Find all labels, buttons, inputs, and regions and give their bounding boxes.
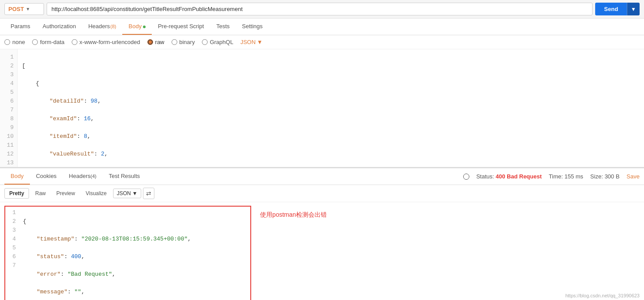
request-tabs: Params Authorization Headers(8) Body Pre… (0, 19, 644, 35)
send-btn-wrap: Send ▼ (595, 3, 640, 15)
response-area: Body Cookies Headers(4) Test Results Sta… (0, 168, 644, 300)
option-graphql[interactable]: GraphQL (202, 39, 233, 45)
global-icon (463, 174, 469, 180)
url-input[interactable] (47, 3, 593, 15)
watermark: https://blog.csdn.net/qq_31990623 (565, 293, 640, 298)
response-line-numbers: 1234567 (5, 208, 18, 300)
tab-body[interactable]: Body (122, 19, 152, 35)
body-options-bar: none form-data x-www-form-urlencoded raw… (0, 35, 644, 49)
option-binary[interactable]: binary (172, 39, 195, 45)
option-raw[interactable]: raw (147, 39, 165, 45)
option-none[interactable]: none (4, 39, 25, 45)
preview-btn[interactable]: Preview (52, 189, 80, 198)
resp-wrap-icon-btn[interactable]: ⇄ (143, 188, 154, 199)
request-body-code[interactable]: [ { "detailId": 98, "examId": 16, "itemI… (18, 49, 644, 168)
resp-json-dropdown[interactable]: JSON ▼ (113, 189, 142, 198)
raw-btn[interactable]: Raw (31, 189, 50, 198)
resp-tab-headers[interactable]: Headers(4) (63, 168, 103, 185)
resp-tab-test-results[interactable]: Test Results (102, 168, 146, 185)
save-response-link[interactable]: Save (626, 173, 640, 180)
error-annotation: 使用postman检测会出错 (260, 206, 327, 219)
response-tabs: Body Cookies Headers(4) Test Results (0, 168, 463, 185)
response-code-content: { "timestamp": "2020-08-13T08:15:59.345+… (18, 208, 250, 300)
request-line-numbers: 12345 678910 111213141516 (0, 49, 18, 168)
response-body: 1234567 { "timestamp": "2020-08-13T08:15… (0, 202, 644, 300)
size-label: Size: 300 B (590, 173, 620, 180)
response-json-box: 1234567 { "timestamp": "2020-08-13T08:15… (4, 206, 251, 300)
option-urlencoded[interactable]: x-www-form-urlencoded (72, 39, 140, 45)
tab-authorization[interactable]: Authorization (37, 19, 82, 35)
tab-tests[interactable]: Tests (210, 19, 236, 35)
response-format-bar: Pretty Raw Preview Visualize JSON ▼ ⇄ (0, 185, 644, 202)
tab-headers[interactable]: Headers(8) (82, 19, 123, 35)
pretty-btn[interactable]: Pretty (4, 188, 29, 199)
tab-params[interactable]: Params (4, 19, 37, 35)
url-bar: POST ▼ Send ▼ (0, 0, 644, 19)
request-body-editor[interactable]: 12345 678910 111213141516 [ { "detailId"… (0, 49, 644, 168)
response-status-bar: Status: 400 Bad Request Time: 155 ms Siz… (463, 173, 644, 180)
body-active-dot (143, 26, 146, 28)
send-dropdown-button[interactable]: ▼ (627, 3, 640, 15)
method-select[interactable]: POST ▼ (4, 3, 44, 15)
resp-tab-body[interactable]: Body (4, 168, 30, 185)
time-label: Time: 155 ms (549, 173, 583, 180)
resp-tab-cookies[interactable]: Cookies (30, 168, 63, 185)
status-value: 400 Bad Request (496, 173, 542, 180)
json-format-select[interactable]: JSON ▼ (240, 39, 263, 45)
json-dropdown-arrow-icon: ▼ (257, 39, 263, 45)
method-arrow-icon: ▼ (26, 7, 30, 11)
status-label: Status: 400 Bad Request (476, 173, 542, 180)
option-form-data[interactable]: form-data (32, 39, 65, 45)
tab-pre-request-script[interactable]: Pre-request Script (152, 19, 210, 35)
visualize-btn[interactable]: Visualize (81, 189, 111, 198)
resp-json-dropdown-arrow-icon: ▼ (132, 190, 138, 196)
tab-settings[interactable]: Settings (236, 19, 269, 35)
send-button[interactable]: Send (595, 3, 627, 15)
method-label: POST (8, 6, 24, 12)
